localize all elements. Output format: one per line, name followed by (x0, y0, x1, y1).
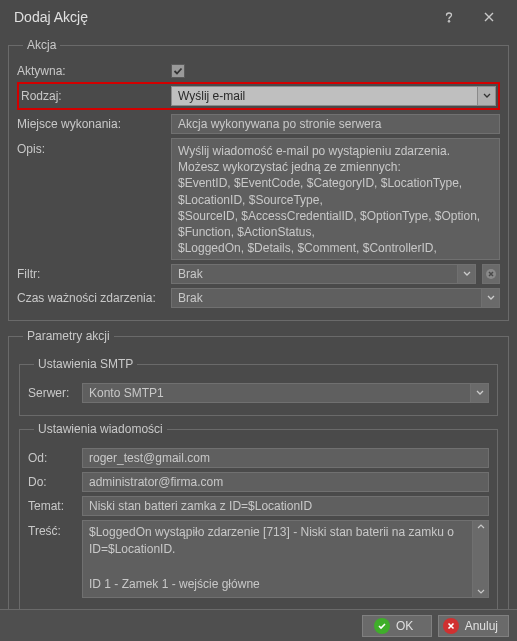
message-group: Ustawienia wiadomości Od: roger_test@gma… (19, 422, 498, 609)
active-checkbox[interactable] (171, 64, 185, 78)
desc-row: Opis: Wyślij wiadomość e-mail po wystąpi… (17, 138, 500, 260)
validity-select[interactable]: Brak (171, 288, 500, 308)
active-row: Aktywna: (17, 64, 500, 78)
chevron-down-icon (481, 289, 499, 307)
server-label: Serwer: (28, 386, 76, 400)
validity-value: Brak (178, 291, 481, 305)
desc-value: Wyślij wiadomość e-mail po wystąpieniu z… (171, 138, 500, 260)
cancel-label: Anuluj (465, 619, 498, 633)
type-value: Wyślij e-mail (178, 89, 477, 103)
subject-label: Temat: (28, 499, 76, 513)
server-select[interactable]: Konto SMTP1 (82, 383, 489, 403)
content-area: Akcja Aktywna: Rodzaj: Wyślij e-mail Mie… (0, 34, 517, 609)
window-title: Dodaj Akcję (14, 9, 429, 25)
scroll-down-icon (477, 589, 485, 595)
desc-label: Opis: (17, 138, 165, 156)
ok-icon (374, 618, 390, 634)
filter-select[interactable]: Brak (171, 264, 476, 284)
to-label: Do: (28, 475, 76, 489)
close-button[interactable] (469, 2, 509, 32)
exec-value: Akcja wykonywana po stronie serwera (171, 114, 500, 134)
exec-row: Miejsce wykonania: Akcja wykonywana po s… (17, 114, 500, 134)
chevron-down-icon (470, 384, 488, 402)
dialog-window: Dodaj Akcję Akcja Aktywna: Rodzaj: Wyśli… (0, 0, 517, 641)
action-group: Akcja Aktywna: Rodzaj: Wyślij e-mail Mie… (8, 38, 509, 321)
active-label: Aktywna: (17, 64, 165, 78)
filter-value: Brak (178, 267, 457, 281)
titlebar: Dodaj Akcję (0, 0, 517, 34)
filter-clear-button[interactable] (482, 264, 500, 284)
body-label: Treść: (28, 520, 76, 538)
from-field[interactable]: roger_test@gmail.com (82, 448, 489, 468)
filter-label: Filtr: (17, 267, 165, 281)
help-button[interactable] (429, 2, 469, 32)
action-legend: Akcja (23, 38, 60, 52)
chevron-down-icon (457, 265, 475, 283)
scroll-up-icon (477, 523, 485, 529)
type-highlight: Rodzaj: Wyślij e-mail (17, 82, 500, 110)
params-group: Parametry akcji Ustawienia SMTP Serwer: … (8, 329, 509, 609)
params-legend: Parametry akcji (23, 329, 114, 343)
scrollbar[interactable] (472, 521, 488, 597)
ok-label: OK (396, 619, 413, 633)
svg-point-0 (448, 20, 450, 22)
exec-label: Miejsce wykonania: (17, 117, 165, 131)
cancel-button[interactable]: Anuluj (438, 615, 509, 637)
smtp-group: Ustawienia SMTP Serwer: Konto SMTP1 (19, 357, 498, 416)
validity-label: Czas ważności zdarzenia: (17, 291, 165, 305)
type-select[interactable]: Wyślij e-mail (171, 86, 496, 106)
chevron-down-icon (477, 87, 495, 105)
validity-row: Czas ważności zdarzenia: Brak (17, 288, 500, 308)
body-text: $LoggedOn wystąpiło zdarzenie [713] - Ni… (83, 521, 472, 597)
to-field[interactable]: administrator@firma.com (82, 472, 489, 492)
ok-button[interactable]: OK (362, 615, 432, 637)
footer: OK Anuluj (0, 609, 517, 641)
type-label: Rodzaj: (21, 89, 165, 103)
subject-field[interactable]: Niski stan batteri zamka z ID=$LocationI… (82, 496, 489, 516)
filter-row: Filtr: Brak (17, 264, 500, 284)
message-legend: Ustawienia wiadomości (34, 422, 167, 436)
server-value: Konto SMTP1 (89, 386, 470, 400)
from-label: Od: (28, 451, 76, 465)
cancel-icon (443, 618, 459, 634)
body-field[interactable]: $LoggedOn wystąpiło zdarzenie [713] - Ni… (82, 520, 489, 598)
smtp-legend: Ustawienia SMTP (34, 357, 137, 371)
